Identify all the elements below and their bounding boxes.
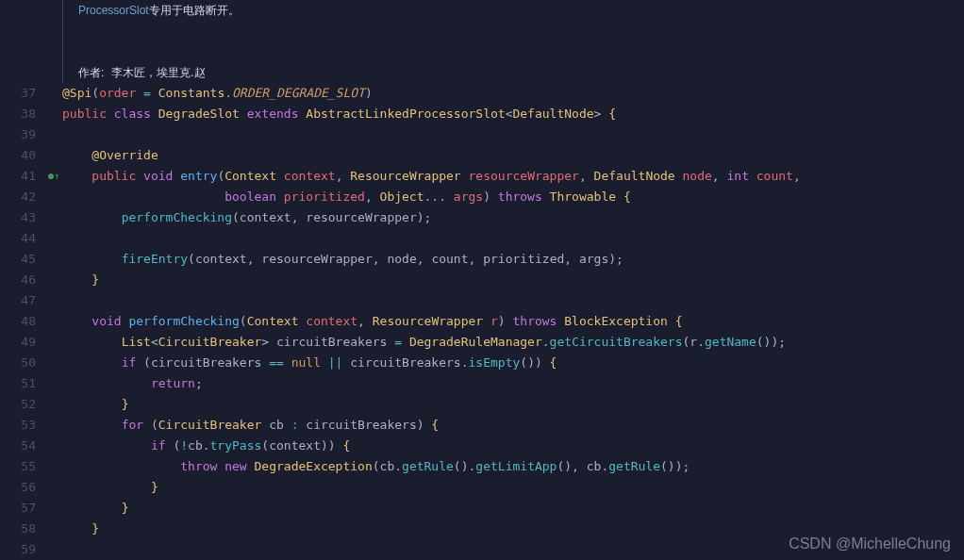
- line-number: 53: [0, 415, 36, 436]
- code-line[interactable]: }: [62, 270, 964, 290]
- javadoc-summary: ProcessorSlot专用于电路断开。: [62, 0, 964, 21]
- code-line[interactable]: [62, 228, 964, 249]
- override-indicator-icon[interactable]: ●↑: [47, 166, 60, 187]
- javadoc-author: 作者: 李木匠，埃里克.赵: [62, 62, 964, 83]
- line-number: 37: [0, 83, 36, 104]
- line-number: 51: [0, 373, 36, 394]
- line-number: 41: [0, 166, 36, 187]
- code-line[interactable]: throw new DegradeException(cb.getRule().…: [62, 456, 964, 477]
- line-number: 50: [0, 353, 36, 373]
- line-number: 42: [0, 187, 36, 207]
- code-line[interactable]: fireEntry(context, resourceWrapper, node…: [62, 249, 964, 270]
- code-line[interactable]: }: [62, 477, 964, 498]
- line-number: 48: [0, 311, 36, 332]
- line-number: 40: [0, 145, 36, 166]
- code-line[interactable]: if (circuitBreakers == null || circuitBr…: [62, 353, 964, 373]
- code-line[interactable]: public void entry(Context context, Resou…: [62, 166, 964, 187]
- line-number: 56: [0, 477, 36, 498]
- line-number: 59: [0, 539, 36, 560]
- line-number: 52: [0, 394, 36, 415]
- code-line[interactable]: void performChecking(Context context, Re…: [62, 311, 964, 332]
- javadoc-blank: [62, 41, 964, 62]
- line-number: 39: [0, 124, 36, 145]
- code-line[interactable]: }: [62, 498, 964, 519]
- code-line[interactable]: public class DegradeSlot extends Abstrac…: [62, 104, 964, 124]
- code-line[interactable]: boolean prioritized, Object... args) thr…: [62, 187, 964, 207]
- code-line[interactable]: performChecking(context, resourceWrapper…: [62, 207, 964, 228]
- line-gutter: 37 38 39 40 41 42 43 44 45 46 47 48 49 5…: [0, 0, 47, 560]
- code-line[interactable]: @Spi(order = Constants.ORDER_DEGRADE_SLO…: [62, 83, 964, 104]
- code-line[interactable]: [62, 290, 964, 311]
- line-number: 43: [0, 207, 36, 228]
- code-line[interactable]: return;: [62, 373, 964, 394]
- line-number: 38: [0, 104, 36, 124]
- line-number: 57: [0, 498, 36, 519]
- code-line[interactable]: [62, 124, 964, 145]
- code-line[interactable]: @Override: [62, 145, 964, 166]
- code-line[interactable]: }: [62, 519, 964, 539]
- code-line[interactable]: if (!cb.tryPass(context)) {: [62, 436, 964, 456]
- code-editor[interactable]: 37 38 39 40 41 42 43 44 45 46 47 48 49 5…: [0, 0, 964, 560]
- line-number: 46: [0, 270, 36, 290]
- line-number: 54: [0, 436, 36, 456]
- line-number: 47: [0, 290, 36, 311]
- line-number: 45: [0, 249, 36, 270]
- code-line[interactable]: for (CircuitBreaker cb : circuitBreakers…: [62, 415, 964, 436]
- line-number: 49: [0, 332, 36, 353]
- code-line[interactable]: [62, 539, 964, 560]
- line-number: 44: [0, 228, 36, 249]
- gutter-indicators: ●↑: [47, 0, 60, 560]
- javadoc-link[interactable]: ProcessorSlot: [78, 4, 149, 17]
- code-line[interactable]: }: [62, 394, 964, 415]
- code-area[interactable]: ProcessorSlot专用于电路断开。 作者: 李木匠，埃里克.赵 @Spi…: [60, 0, 964, 560]
- line-number: 58: [0, 519, 36, 539]
- line-number: 55: [0, 456, 36, 477]
- javadoc-blank: [62, 21, 964, 41]
- code-line[interactable]: List<CircuitBreaker> circuitBreakers = D…: [62, 332, 964, 353]
